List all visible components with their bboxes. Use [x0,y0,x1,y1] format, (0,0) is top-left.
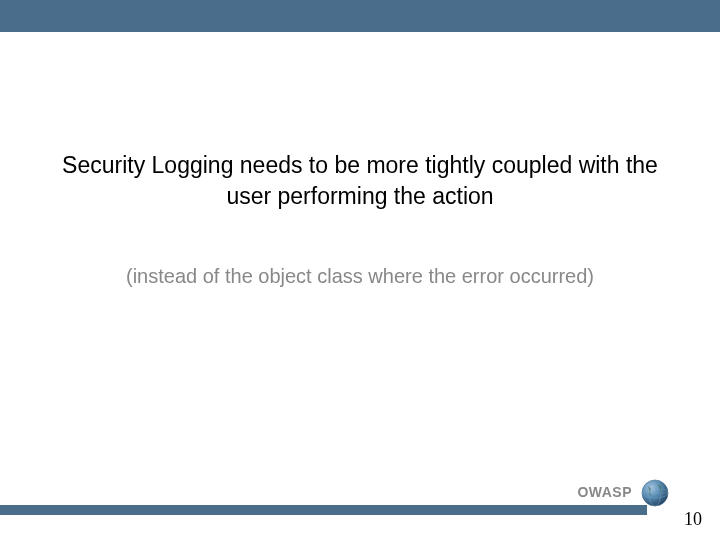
sub-heading: (instead of the object class where the e… [40,265,680,288]
globe-icon [640,478,670,508]
main-heading: Security Logging needs to be more tightl… [40,150,680,212]
owasp-brand-label: OWASP [577,484,632,500]
bottom-bar [0,505,647,515]
top-bar [0,0,720,32]
page-number: 10 [684,509,702,530]
